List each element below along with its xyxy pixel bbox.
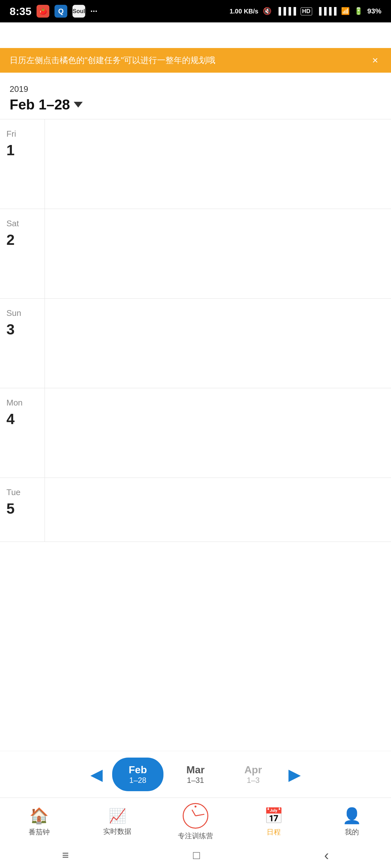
day-cell-sat2[interactable]: Sat 2: [0, 209, 45, 299]
events-sat2: [45, 209, 391, 299]
qq-app-icon: Q: [55, 5, 67, 18]
network-speed: 1.00 KB/s: [229, 8, 258, 15]
tab-bar: 🏠 番茄钟 📈 实时数据 专注训练营 📅 日程 👤 我的: [0, 798, 391, 842]
status-bar: 8:35 🍅 Q Soul ··· 1.00 KB/s 🔇 ▐▐▐▐ HD ▐▐…: [0, 0, 391, 22]
events-sun3: [45, 299, 391, 388]
events-tue5: [45, 478, 391, 542]
tab-pomodoro-label: 番茄钟: [29, 827, 50, 837]
year-label: 2019: [9, 84, 381, 94]
day-name-sat: Sat: [6, 219, 19, 228]
signal-icon: ▐▐▐▐: [276, 7, 296, 16]
tab-mine[interactable]: 👤 我的: [313, 807, 391, 837]
day-name-tue: Tue: [6, 488, 21, 497]
clock-minute-hand: [196, 814, 204, 816]
mar-label: Mar: [183, 764, 208, 776]
tab-realtime[interactable]: 📈 实时数据: [78, 807, 157, 836]
tab-focus[interactable]: 专注训练营: [157, 803, 234, 841]
day-number-4: 4: [6, 410, 15, 428]
month-dropdown-arrow[interactable]: [74, 102, 83, 107]
more-apps-label: ···: [90, 6, 97, 16]
day-cell-fri1[interactable]: Fri 1: [0, 119, 45, 209]
signal-icon2: ▐▐▐▐: [317, 7, 337, 16]
day-name-sun: Sun: [6, 308, 21, 318]
banner-close-button[interactable]: ×: [369, 54, 381, 66]
status-time: 8:35: [9, 5, 31, 18]
day-labels-column: Fri 1 Sat 2 Sun 3 Mon 4 Tue 5: [0, 119, 45, 542]
wifi-icon: 📶: [341, 7, 350, 16]
day-cell-tue5[interactable]: Tue 5: [0, 478, 45, 542]
tab-mine-label: 我的: [345, 827, 359, 837]
month-range-selector[interactable]: Feb 1–28: [9, 97, 381, 113]
month-navigation-bar: ◀ Feb 1–28 Mar 1–31 Apr 1–3 ▶: [0, 751, 391, 798]
events-fri1: [45, 119, 391, 209]
status-left: 8:35 🍅 Q Soul ···: [9, 5, 97, 18]
month-range-label: Feb 1–28: [9, 97, 70, 113]
tab-schedule[interactable]: 📅 日程: [234, 807, 313, 837]
day-name-mon: Mon: [6, 398, 23, 408]
day-number-1: 1: [6, 142, 15, 159]
apr-range: 1–3: [240, 776, 266, 785]
bottom-spacer: [0, 542, 391, 663]
tab-focus-label: 专注训练营: [178, 831, 213, 841]
home-gesture-icon[interactable]: □: [193, 848, 200, 862]
status-right: 1.00 KB/s 🔇 ▐▐▐▐ HD ▐▐▐▐ 📶 🔋 93%: [229, 7, 381, 16]
feb-label: Feb: [125, 764, 150, 776]
next-month-button[interactable]: ▶: [285, 765, 304, 784]
day-cell-mon4[interactable]: Mon 4: [0, 388, 45, 478]
day-cell-sun3[interactable]: Sun 3: [0, 299, 45, 388]
notification-area: [0, 22, 391, 48]
calendar-grid: Fri 1 Sat 2 Sun 3 Mon 4 Tue 5: [0, 119, 391, 542]
events-mon4: [45, 388, 391, 478]
user-icon: 👤: [342, 807, 362, 825]
tab-schedule-label: 日程: [267, 827, 281, 837]
hd-icon: HD: [301, 7, 312, 16]
clock-hour-hand: [192, 809, 196, 816]
menu-gesture-icon[interactable]: ≡: [62, 848, 69, 862]
timer-app-icon: 🍅: [36, 5, 49, 18]
apr-label: Apr: [240, 764, 266, 776]
chart-icon: 📈: [109, 807, 126, 824]
day-number-5: 5: [6, 500, 15, 517]
month-nav-mar[interactable]: Mar 1–31: [170, 757, 221, 791]
month-nav-apr[interactable]: Apr 1–3: [227, 757, 279, 791]
clock-icon: [183, 803, 208, 829]
mute-icon: 🔇: [263, 7, 272, 16]
prev-month-button[interactable]: ◀: [87, 765, 106, 784]
month-nav-feb[interactable]: Feb 1–28: [112, 757, 163, 791]
gesture-bar: ≡ □ ‹: [0, 842, 391, 868]
battery-icon: 🔋: [354, 7, 363, 16]
calendar-icon: 📅: [264, 807, 283, 825]
day-number-2: 2: [6, 231, 15, 248]
day-number-3: 3: [6, 321, 15, 338]
clock-top-dot: [195, 806, 196, 807]
tab-pomodoro[interactable]: 🏠 番茄钟: [0, 807, 78, 837]
home-icon: 🏠: [29, 807, 49, 825]
mar-range: 1–31: [183, 776, 208, 785]
tab-realtime-label: 实时数据: [103, 827, 132, 836]
soul-app-icon: Soul: [73, 5, 85, 18]
battery-percent: 93%: [367, 7, 381, 16]
feb-range: 1–28: [125, 776, 150, 785]
back-gesture-icon[interactable]: ‹: [324, 847, 329, 863]
announcement-banner: 日历左侧点击橘色的"创建任务"可以进行一整年的规划哦 ×: [0, 48, 391, 73]
banner-text: 日历左侧点击橘色的"创建任务"可以进行一整年的规划哦: [9, 55, 369, 66]
month-header: 2019 Feb 1–28: [0, 73, 391, 119]
day-name-fri: Fri: [6, 129, 16, 139]
events-column: [45, 119, 391, 542]
